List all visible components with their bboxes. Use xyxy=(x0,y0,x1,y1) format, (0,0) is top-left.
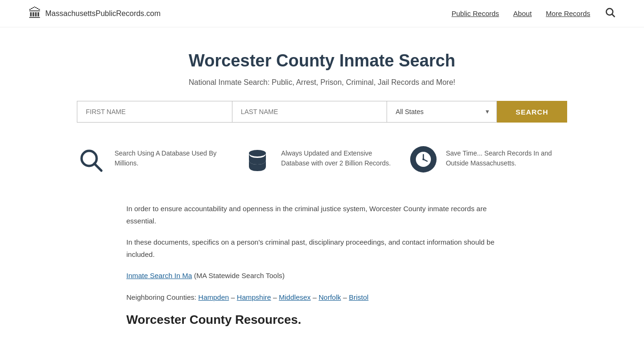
clock-feature-icon xyxy=(415,151,431,167)
separator-3: – xyxy=(313,293,319,301)
separator-1: – xyxy=(231,293,237,301)
feature-time: Save Time... Search Records In and Outsi… xyxy=(410,146,567,173)
subtitle: National Inmate Search: Public, Arrest, … xyxy=(77,78,567,87)
inmate-search-suffix: (MA Statewide Search Tools) xyxy=(192,272,284,280)
county-hampden[interactable]: Hampden xyxy=(198,293,229,301)
search-icon xyxy=(604,7,616,18)
svg-point-8 xyxy=(422,158,424,160)
separator-2: – xyxy=(273,293,279,301)
logo-text: MassachusettsPublicRecords.com xyxy=(45,9,161,18)
neighboring-label: Neighboring Counties: xyxy=(126,293,198,301)
db-feature-icon xyxy=(246,148,269,172)
main-nav: Public Records About More Records xyxy=(452,7,616,21)
feature-database-text: Always Updated and Extensive Database wi… xyxy=(281,146,400,168)
database-icon xyxy=(243,146,272,174)
search-button[interactable]: SEARCH xyxy=(497,101,567,123)
last-name-input[interactable] xyxy=(232,101,387,123)
inmate-search-link[interactable]: Inmate Search In Ma xyxy=(126,272,192,280)
first-name-input[interactable] xyxy=(77,101,232,123)
state-select-wrapper: All States Alabama Alaska Arizona Arkans… xyxy=(387,101,496,123)
content-paragraph-2: In these documents, specifics on a perso… xyxy=(126,236,518,260)
svg-point-4 xyxy=(249,150,266,156)
svg-point-0 xyxy=(606,8,613,15)
clock-icon xyxy=(410,146,437,173)
public-records-link[interactable]: Public Records xyxy=(452,9,499,17)
content-section: In order to ensure accountability and op… xyxy=(126,203,518,327)
county-norfolk[interactable]: Norfolk xyxy=(319,293,341,301)
header-search-button[interactable] xyxy=(604,7,616,21)
more-records-link[interactable]: More Records xyxy=(546,9,590,17)
search-form: All States Alabama Alaska Arizona Arkans… xyxy=(77,101,567,123)
content-paragraph-1: In order to ensure accountability and op… xyxy=(126,203,518,227)
resources-title: Worcester County Resources. xyxy=(126,313,518,327)
about-link[interactable]: About xyxy=(513,9,532,17)
features-section: Search Using A Database Used By Millions… xyxy=(77,146,567,174)
page-title: Worcester County Inmate Search xyxy=(77,51,567,71)
feature-time-text: Save Time... Search Records In and Outsi… xyxy=(446,146,567,168)
main-content: Worcester County Inmate Search National … xyxy=(49,27,595,346)
separator-4: – xyxy=(343,293,349,301)
county-hampshire[interactable]: Hampshire xyxy=(237,293,271,301)
building-icon: 🏛 xyxy=(28,6,41,21)
feature-search: Search Using A Database Used By Millions… xyxy=(77,146,234,174)
county-middlesex[interactable]: Middlesex xyxy=(279,293,311,301)
search-feature-icon xyxy=(79,148,103,173)
magnify-icon xyxy=(77,146,105,174)
county-bristol[interactable]: Bristol xyxy=(349,293,369,301)
logo-link[interactable]: 🏛 MassachusettsPublicRecords.com xyxy=(28,6,161,21)
site-header: 🏛 MassachusettsPublicRecords.com Public … xyxy=(0,0,644,27)
svg-line-3 xyxy=(94,164,101,171)
feature-search-text: Search Using A Database Used By Millions… xyxy=(115,146,234,168)
feature-database: Always Updated and Extensive Database wi… xyxy=(243,146,400,174)
svg-line-1 xyxy=(612,14,615,17)
inmate-search-line: Inmate Search In Ma (MA Statewide Search… xyxy=(126,270,518,282)
neighboring-counties-line: Neighboring Counties: Hampden – Hampshir… xyxy=(126,291,518,304)
state-select[interactable]: All States Alabama Alaska Arizona Arkans… xyxy=(387,101,496,123)
